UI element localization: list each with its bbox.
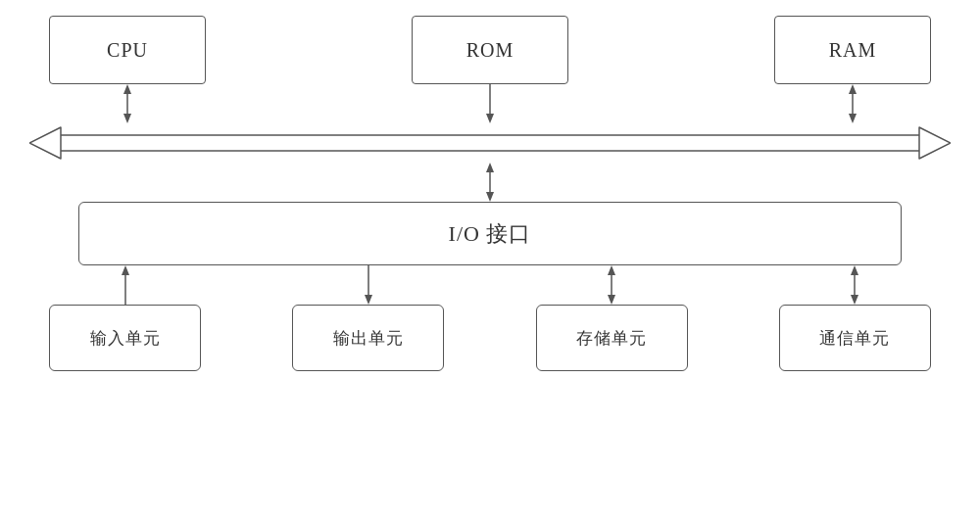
svg-rect-8 — [59, 135, 921, 151]
bus-section — [29, 123, 951, 163]
svg-marker-22 — [851, 265, 858, 275]
svg-marker-6 — [849, 84, 857, 94]
output-connector — [292, 265, 444, 305]
output-box: 输出单元 — [292, 305, 444, 371]
cpu-connector — [49, 84, 206, 123]
svg-marker-17 — [365, 295, 372, 305]
svg-marker-15 — [122, 265, 129, 275]
cpu-arrow-icon — [122, 84, 133, 123]
storage-arrow-icon — [606, 265, 617, 305]
svg-marker-20 — [608, 295, 615, 305]
comm-arrow-icon — [849, 265, 860, 305]
svg-marker-13 — [486, 192, 494, 202]
bottom-connectors — [29, 265, 951, 305]
io-row: I/O 接口 — [29, 202, 951, 265]
rom-box: ROM — [412, 16, 568, 84]
svg-marker-2 — [123, 114, 131, 123]
rom-arrow-icon — [484, 84, 496, 123]
output-arrow-icon — [363, 265, 374, 305]
svg-marker-19 — [608, 265, 615, 275]
cpu-box: CPU — [49, 16, 206, 84]
svg-marker-9 — [29, 127, 61, 159]
svg-marker-12 — [486, 163, 494, 172]
ram-connector — [774, 84, 931, 123]
svg-marker-7 — [849, 114, 857, 123]
top-connectors — [29, 84, 951, 123]
bus-io-arrow-icon — [484, 163, 496, 202]
storage-box: 存储单元 — [536, 305, 688, 371]
storage-connector — [536, 265, 688, 305]
input-arrow-icon — [120, 265, 131, 305]
ram-box: RAM — [774, 16, 931, 84]
svg-marker-4 — [486, 114, 494, 123]
svg-marker-1 — [123, 84, 131, 94]
input-connector — [49, 265, 201, 305]
comm-connector — [779, 265, 931, 305]
svg-marker-10 — [919, 127, 951, 159]
rom-connector — [412, 84, 568, 123]
ram-arrow-icon — [847, 84, 858, 123]
bus-io-connector — [484, 163, 496, 202]
architecture-diagram: CPU ROM RAM — [29, 16, 951, 505]
input-box: 输入单元 — [49, 305, 201, 371]
svg-marker-23 — [851, 295, 858, 305]
bottom-boxes-row: 输入单元 输出单元 存储单元 通信单元 — [29, 305, 951, 371]
io-box: I/O 接口 — [78, 202, 902, 265]
bus-arrow-icon — [29, 123, 951, 163]
top-boxes-row: CPU ROM RAM — [29, 16, 951, 84]
comm-box: 通信单元 — [779, 305, 931, 371]
